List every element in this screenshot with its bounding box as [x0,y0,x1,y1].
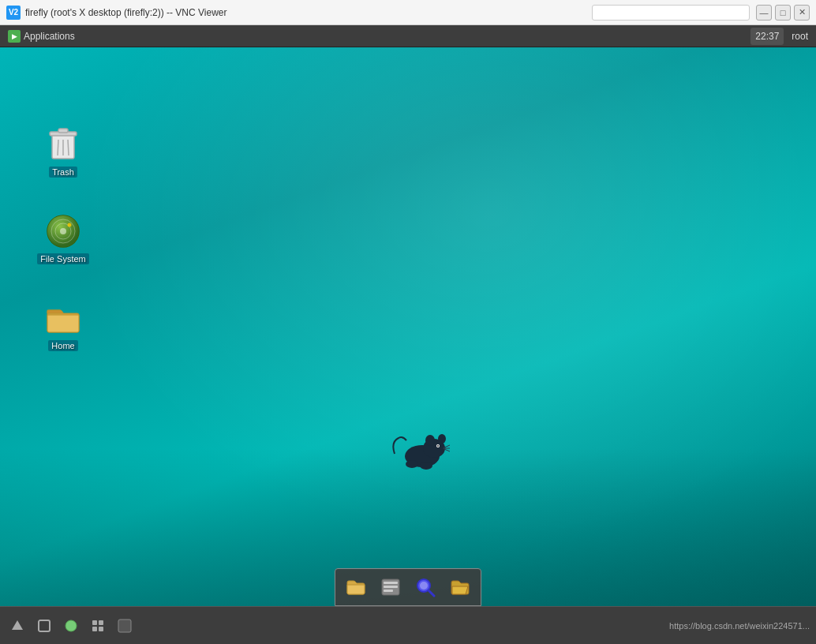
svg-point-33 [66,620,77,631]
dock-search-button[interactable] [411,573,440,601]
bottom-taskbar: https://blog.csdn.net/weixin224571... [0,606,816,644]
trash-icon-label: Trash [49,167,77,178]
taskbar-icon-4[interactable] [87,615,109,637]
filesystem-icon-label: File System [37,253,88,264]
svg-rect-2 [58,129,68,133]
dock-list-button[interactable] [376,573,405,601]
applications-icon: ▶ [8,30,21,43]
svg-rect-37 [99,627,103,631]
window-title: firefly (root's X desktop (firefly:2)) -… [25,7,592,18]
bottom-right-status: https://blog.csdn.net/weixin224571... [669,621,810,631]
desktop-icon-home[interactable]: Home [32,296,95,354]
svg-point-11 [68,223,72,227]
svg-rect-34 [92,620,97,625]
window-controls: — □ ✕ [756,5,810,21]
center-dock [335,568,481,606]
title-bar-search[interactable] [592,5,750,21]
svg-rect-26 [384,586,398,588]
svg-line-19 [444,445,450,447]
svg-rect-35 [99,620,103,625]
svg-marker-31 [12,620,23,630]
clock-widget: 22:37 [750,28,784,45]
taskbar-icon-2[interactable] [33,615,55,637]
svg-rect-32 [39,620,50,631]
desktop[interactable]: Trash [0,47,816,606]
vnc-content: ▶ Applications 22:37 root [0,25,816,644]
svg-point-23 [420,462,432,470]
home-icon-label: Home [48,340,77,351]
close-button[interactable]: ✕ [794,5,810,21]
vnc-window: V2 firefly (root's X desktop (firefly:2)… [0,0,816,644]
dock-folder-open-button[interactable] [446,573,474,601]
svg-point-29 [420,582,428,590]
xfce-taskbar: ▶ Applications 22:37 root [0,25,816,47]
svg-line-5 [68,140,69,155]
dock-folder-button[interactable] [342,573,370,601]
taskbar-icon-1[interactable] [6,615,28,637]
svg-point-17 [437,445,439,447]
filesystem-icon [44,212,82,250]
status-url: https://blog.csdn.net/weixin224571... [669,621,810,631]
maximize-button[interactable]: □ [775,5,791,21]
applications-label: Applications [24,31,75,42]
desktop-icon-filesystem[interactable]: File System [32,209,95,268]
svg-point-10 [60,228,66,234]
user-label: root [787,31,813,42]
svg-rect-38 [118,620,131,632]
svg-point-15 [438,434,446,444]
svg-rect-27 [384,590,393,592]
svg-rect-36 [92,627,97,631]
svg-line-30 [429,590,434,596]
home-icon [44,299,82,337]
svg-point-14 [425,435,435,446]
taskbar-icon-5[interactable] [114,615,136,637]
minimize-button[interactable]: — [756,5,772,21]
vnc-app-icon: V2 [6,6,21,20]
desktop-mascot [387,426,450,474]
applications-menu[interactable]: ▶ Applications [3,28,80,44]
svg-line-3 [58,140,58,155]
svg-rect-25 [384,582,398,584]
desktop-icon-trash[interactable]: Trash [32,122,95,181]
taskbar-icon-3[interactable] [60,615,82,637]
title-bar: V2 firefly (root's X desktop (firefly:2)… [0,0,816,25]
bottom-left-icons [6,615,136,637]
svg-point-22 [406,460,418,468]
trash-icon [44,125,82,163]
svg-line-21 [444,449,450,451]
